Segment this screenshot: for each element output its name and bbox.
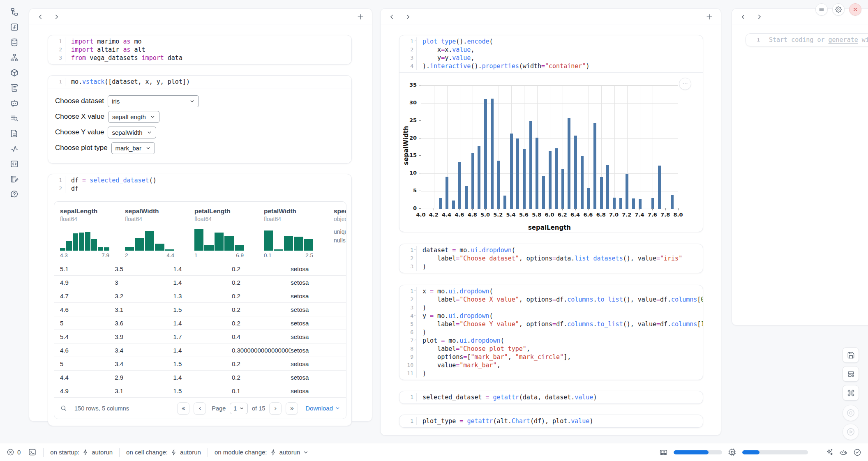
next-page-button[interactable]: › (269, 402, 282, 415)
table-column-header[interactable]: sepalWidth float6424.4 (125, 207, 194, 258)
code-cell-xy-dropdowns: 1234567891011x = mo.ui.dropdown( label="… (399, 285, 703, 380)
chart-output[interactable]: 051015202530354.04.24.44.64.85.05.25.45.… (399, 72, 703, 232)
line-number: 4 (399, 62, 416, 70)
file-tree-icon[interactable] (10, 7, 19, 16)
dropdown-select[interactable]: sepalWidth (108, 127, 156, 138)
add-cell-icon[interactable] (705, 13, 713, 21)
gridline (421, 85, 678, 86)
page-select[interactable]: 1 (230, 403, 248, 414)
close-button[interactable] (849, 3, 861, 16)
x-tick (537, 208, 537, 210)
table-column-header[interactable]: sepalLength float644.37.9 (60, 207, 125, 258)
download-button[interactable]: Download (305, 405, 340, 412)
table-cell: 1.5 (173, 306, 232, 313)
code-editor[interactable]: 1mo.vstack([dataset, x, y, plot]) (48, 76, 351, 88)
table-column-header[interactable]: species objectunique:nulls: (334, 207, 346, 258)
line-number: 3 (399, 263, 416, 271)
settings-gear-button[interactable] (832, 3, 845, 16)
layout-grid-button[interactable] (843, 366, 859, 382)
code-editor[interactable]: 123import marimo as moimport altair as a… (48, 35, 351, 64)
code-editor[interactable]: 12df = selected_dataset()df (48, 174, 351, 195)
prev-page-button[interactable]: ‹ (194, 402, 206, 415)
dropdown-label: Choose dataset (55, 97, 104, 105)
autorun-setting[interactable]: on module change: autorun (215, 449, 309, 456)
chevron-left-icon[interactable] (739, 13, 747, 21)
package-icon[interactable] (10, 68, 19, 77)
code-editor[interactable]: 1234567891011x = mo.ui.dropdown( label="… (399, 285, 703, 380)
save-icon (847, 351, 855, 359)
column-name: sepalWidth (125, 207, 194, 216)
chevron-right-icon[interactable] (404, 13, 412, 21)
table-row: 5.43.91.70.4setosa (54, 330, 346, 343)
chevron-right-icon[interactable] (756, 13, 763, 21)
code-cell-imports: 123import marimo as moimport altair as a… (48, 35, 352, 65)
code-editor[interactable]: 1selected_dataset = getattr(data, datase… (399, 391, 703, 403)
add-cell-icon[interactable] (356, 13, 365, 21)
line-number: 2 (399, 295, 416, 304)
code-editor[interactable]: 1plot_type = getattr(alt.Chart(df), plot… (399, 415, 703, 427)
table-cell: 1.4 (173, 347, 232, 354)
command-button[interactable] (843, 385, 859, 401)
chat-bot-icon[interactable] (10, 99, 19, 108)
database-icon[interactable] (10, 38, 19, 47)
check-circle-icon[interactable] (853, 448, 861, 456)
chevron-left-icon[interactable] (388, 13, 395, 21)
code-snippet-icon[interactable] (10, 159, 19, 168)
terminal-icon[interactable] (28, 448, 37, 456)
autorun-setting[interactable]: on cell change: autorun (126, 449, 201, 456)
help-icon[interactable] (10, 190, 19, 199)
line-number: 1 (48, 78, 65, 86)
chart-bar (632, 198, 635, 209)
column-name: petalLength (194, 207, 264, 216)
x-tick-label: 4.0 (414, 212, 428, 218)
script-scroll-icon[interactable] (10, 83, 19, 92)
search-icon[interactable] (60, 405, 67, 412)
table-cell: setosa (291, 360, 346, 367)
stop-circle-button[interactable] (843, 405, 859, 421)
chart-bar (639, 199, 642, 209)
table-cell: 3.5 (115, 265, 173, 272)
errors-indicator[interactable]: 0 (7, 448, 21, 456)
scratchpad-icon[interactable] (10, 175, 19, 184)
code-editor[interactable]: 1234plot_type().encode( x=x.value, y=y.v… (399, 35, 703, 72)
chevron-right-icon[interactable] (53, 13, 60, 21)
dropdown-select[interactable]: mark_bar (111, 142, 155, 154)
y-tick (419, 191, 421, 191)
fold-chevron-icon[interactable] (413, 338, 417, 342)
document-icon[interactable] (10, 129, 19, 138)
last-page-button[interactable]: » (286, 402, 298, 415)
function-square-icon[interactable] (10, 23, 19, 32)
code-editor-placeholder[interactable]: 1Start coding or generate with (746, 34, 868, 46)
fold-chevron-icon[interactable] (413, 313, 417, 317)
x-tick (498, 208, 499, 210)
table-cell: 5.1 (60, 265, 115, 272)
code-line: y = mo.ui.dropdown( (422, 312, 703, 320)
chart-bar (471, 153, 474, 209)
dropdown-select[interactable]: iris (108, 95, 199, 107)
dependency-graph-icon[interactable] (10, 53, 19, 62)
chevron-left-icon[interactable] (37, 13, 44, 21)
sparkles-icon[interactable] (825, 448, 833, 456)
chart-options-button[interactable] (679, 78, 691, 90)
dropdown-select[interactable]: sepalLength (108, 111, 159, 123)
fold-chevron-icon[interactable] (413, 289, 417, 293)
table-column-header[interactable]: petalWidth float640.12.5 (264, 207, 334, 258)
chart-bar (671, 195, 674, 209)
play-circle-button[interactable] (843, 424, 859, 440)
first-page-button[interactable]: « (177, 402, 189, 415)
bot-icon[interactable] (839, 448, 847, 456)
control-row: Choose X valuesepalLength (55, 111, 344, 123)
table-column-header[interactable]: petalLength float6416.9 (194, 207, 264, 258)
code-editor[interactable]: 123dataset = mo.ui.dropdown( label="Choo… (399, 244, 703, 273)
menu-button[interactable] (815, 3, 828, 16)
list-search-icon[interactable] (10, 114, 19, 123)
x-tick-label: 4.6 (452, 212, 466, 218)
dropdown-label: Choose X value (55, 113, 104, 121)
line-number: 2 (399, 46, 416, 54)
fold-chevron-icon[interactable] (413, 39, 417, 43)
save-button[interactable] (843, 347, 859, 363)
autorun-setting[interactable]: on startup: autorun (50, 449, 113, 456)
chart-bar (510, 134, 513, 209)
activity-icon[interactable] (10, 144, 19, 153)
fold-chevron-icon[interactable] (413, 248, 417, 251)
